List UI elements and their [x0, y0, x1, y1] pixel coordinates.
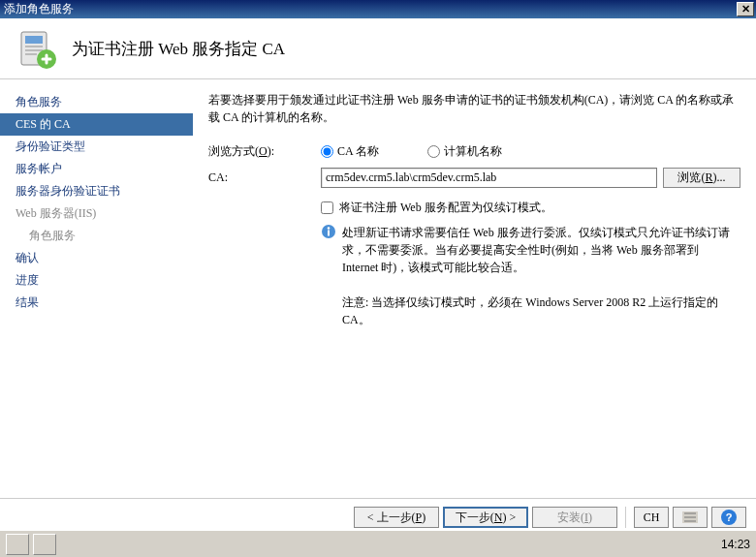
footer-sep — [625, 507, 626, 528]
radio-computer-name-input[interactable] — [427, 145, 440, 158]
next-button[interactable]: 下一步(N) > — [443, 507, 528, 528]
svg-point-7 — [328, 227, 331, 230]
sidebar-item-ces-ca[interactable]: CES 的 CA — [0, 113, 193, 136]
page-title: 为证书注册 Web 服务指定 CA — [72, 38, 285, 60]
info-icon — [321, 224, 336, 239]
info-text: 处理新证书请求需要信任 Web 服务进行委派。仅续订模式只允许证书续订请求，不需… — [342, 224, 733, 276]
sidebar-item-iis-role-services[interactable]: 角色服务 — [0, 225, 193, 247]
renew-only-label: 将证书注册 Web 服务配置为仅续订模式。 — [339, 200, 552, 216]
taskbar-left — [0, 534, 62, 555]
svg-rect-4 — [25, 53, 37, 55]
taskbar: 14:23 — [0, 530, 756, 557]
browse-method-radios: CA 名称 计算机名称 — [321, 143, 502, 160]
ca-input[interactable] — [321, 168, 657, 188]
svg-rect-8 — [328, 231, 330, 236]
info-row: 处理新证书请求需要信任 Web 服务进行委派。仅续订模式只允许证书续订请求，不需… — [321, 224, 740, 328]
close-button[interactable]: ✕ — [737, 2, 754, 16]
intro-text: 若要选择要用于颁发通过此证书注册 Web 服务申请的证书的证书颁发机构(CA)，… — [208, 91, 740, 126]
sidebar-item-role-services[interactable]: 角色服务 — [0, 91, 193, 113]
sidebar-item-progress[interactable]: 进度 — [0, 269, 193, 292]
ca-row: CA: 浏览(R)... — [208, 168, 740, 188]
renew-only-checkbox[interactable] — [321, 201, 333, 214]
window-title: 添加角色服务 — [4, 1, 737, 17]
radio-computer-name-label: 计算机名称 — [444, 143, 502, 160]
help-icon: ? — [721, 510, 737, 525]
install-button[interactable]: 安装(I) — [532, 507, 617, 528]
radio-ca-name[interactable]: CA 名称 — [321, 143, 379, 160]
radio-computer-name[interactable]: 计算机名称 — [427, 143, 502, 160]
svg-rect-1 — [25, 36, 43, 44]
sidebar-item-auth-type[interactable]: 身份验证类型 — [0, 136, 193, 158]
info-text-block: 处理新证书请求需要信任 Web 服务进行委派。仅续订模式只允许证书续订请求，不需… — [342, 224, 733, 328]
taskbar-right: 14:23 — [715, 538, 756, 551]
radio-ca-name-input[interactable] — [321, 145, 333, 158]
wizard-header: 为证书注册 Web 服务指定 CA — [0, 18, 756, 78]
sidebar-item-service-account[interactable]: 服务帐户 — [0, 158, 193, 180]
sidebar-item-confirm[interactable]: 确认 — [0, 247, 193, 269]
help-button[interactable]: ? — [711, 507, 746, 528]
sidebar-item-web-server-iis[interactable]: Web 服务器(IIS) — [0, 202, 193, 225]
taskbar-pin-2[interactable] — [33, 534, 56, 555]
renew-only-row: 将证书注册 Web 服务配置为仅续订模式。 — [321, 200, 740, 216]
lang-icon — [682, 511, 698, 523]
note-text: 注意: 当选择仅续订模式时，必须在 Windows Server 2008 R2… — [342, 294, 733, 328]
prev-button[interactable]: < 上一步(P) — [354, 507, 439, 528]
browse-method-label: 浏览方式(O): — [208, 143, 321, 160]
browse-method-row: 浏览方式(O): CA 名称 计算机名称 — [208, 143, 740, 160]
sidebar-item-server-auth-cert[interactable]: 服务器身份验证证书 — [0, 180, 193, 202]
ca-label: CA: — [208, 170, 321, 185]
svg-rect-2 — [25, 46, 43, 47]
titlebar: 添加角色服务 ✕ — [0, 0, 756, 18]
wizard-body: 角色服务 CES 的 CA 身份验证类型 服务帐户 服务器身份验证证书 Web … — [0, 79, 756, 504]
svg-rect-3 — [25, 49, 43, 51]
sidebar-item-results[interactable]: 结果 — [0, 292, 193, 314]
ca-wizard-icon — [14, 26, 58, 71]
taskbar-pin-1[interactable] — [6, 534, 29, 555]
wizard-content: 若要选择要用于颁发通过此证书注册 Web 服务申请的证书的证书颁发机构(CA)，… — [193, 79, 756, 504]
wizard-sidebar: 角色服务 CES 的 CA 身份验证类型 服务帐户 服务器身份验证证书 Web … — [0, 79, 193, 504]
wizard-footer: < 上一步(P) 下一步(N) > 安装(I) CH ? — [0, 498, 756, 528]
browse-button[interactable]: 浏览(R)... — [663, 168, 740, 188]
dialog-window: 添加角色服务 ✕ 为证书注册 Web 服务指定 CA 角色服务 CES 的 CA… — [0, 0, 756, 557]
cancel-button[interactable]: CH — [634, 507, 669, 528]
radio-ca-name-label: CA 名称 — [337, 143, 379, 160]
taskbar-clock: 14:23 — [721, 538, 750, 551]
lang-button[interactable] — [673, 507, 708, 528]
